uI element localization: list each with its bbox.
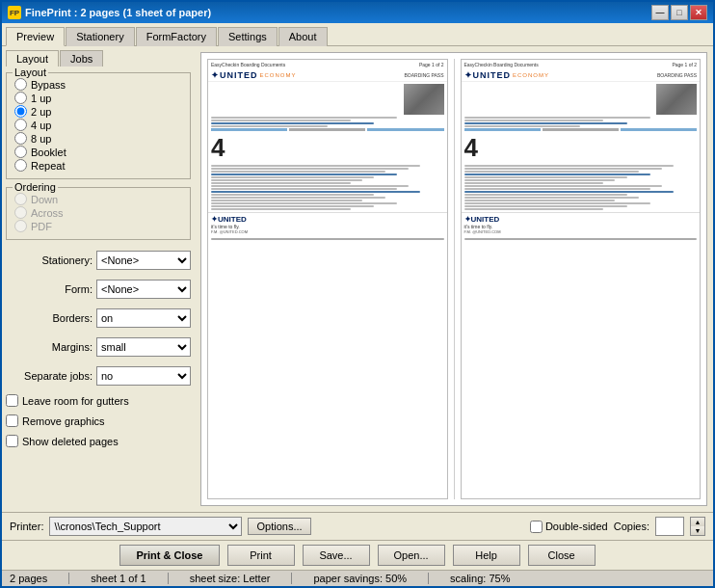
minimize-button[interactable]: — <box>651 5 669 20</box>
radio-bypass: Bypass <box>14 78 182 91</box>
radio-pdf-input[interactable] <box>14 220 27 232</box>
content-area: Layout Jobs Layout Bypass 1 up 2 up <box>2 46 713 512</box>
gutters-row: Leave room for gutters <box>6 394 191 407</box>
form-select[interactable]: <None> <box>96 280 191 299</box>
status-sep-4 <box>428 573 429 584</box>
page1-boarding: BOARDING PASS <box>404 72 443 78</box>
inner-tab-bar: Layout Jobs <box>6 50 191 67</box>
printer-label: Printer: <box>10 521 43 532</box>
form-row: Form: <None> <box>6 280 191 299</box>
gutters-checkbox[interactable] <box>6 394 18 407</box>
remove-graphics-checkbox[interactable] <box>6 414 18 427</box>
close-button[interactable]: Close <box>528 545 596 566</box>
copies-input[interactable]: 1 <box>655 517 684 536</box>
right-panel: EasyCheckin Boarding Documents Page 1 of… <box>195 46 713 512</box>
page1-airline: ✦UNITED <box>211 70 258 80</box>
radio-4up-input[interactable] <box>14 119 27 131</box>
title-area: FP FinePrint : 2 pages (1 sheet of paper… <box>8 6 211 19</box>
page-divider <box>454 59 455 499</box>
window-title: FinePrint : 2 pages (1 sheet of paper) <box>25 7 211 18</box>
remove-graphics-label: Remove graphics <box>22 415 105 427</box>
printer-bar: Printer: \\cronos\Tech_Support Options..… <box>2 512 713 540</box>
radio-down-input[interactable] <box>14 193 27 205</box>
copies-down-button[interactable]: ▼ <box>691 526 704 535</box>
page2-url: F.M. @UNITED.COM <box>464 229 698 234</box>
radio-across-input[interactable] <box>14 206 27 219</box>
stationery-select[interactable]: <None> <box>96 251 191 270</box>
titlebar: FP FinePrint : 2 pages (1 sheet of paper… <box>2 2 713 23</box>
margins-select[interactable]: small <box>96 337 191 357</box>
radio-repeat: Repeat <box>14 159 182 172</box>
tab-about[interactable]: About <box>278 27 328 46</box>
radio-8up-input[interactable] <box>14 132 27 145</box>
borders-select[interactable]: on <box>96 308 191 328</box>
show-deleted-label: Show deleted pages <box>22 436 119 447</box>
double-sided-row: Double-sided <box>530 521 608 533</box>
maximize-button[interactable]: □ <box>671 5 688 20</box>
tab-stationery[interactable]: Stationery <box>66 27 135 46</box>
page2-class: ECONOMY <box>513 72 549 78</box>
printer-select[interactable]: \\cronos\Tech_Support <box>49 517 242 536</box>
page2-gate: 4 <box>464 133 478 162</box>
copies-label: Copies: <box>614 521 649 532</box>
page2-header-left: EasyCheckin Boarding Documents <box>464 62 539 67</box>
preview-area: EasyCheckin Boarding Documents Page 1 of… <box>200 52 707 506</box>
stationery-label: Stationery: <box>6 254 93 266</box>
save-button[interactable]: Save... <box>303 545 370 566</box>
show-deleted-checkbox[interactable] <box>6 435 18 447</box>
radio-repeat-label: Repeat <box>31 160 65 172</box>
tab-settings[interactable]: Settings <box>218 27 278 46</box>
status-savings: paper savings: 50% <box>313 573 407 584</box>
preview-page-1: EasyCheckin Boarding Documents Page 1 of… <box>207 59 448 499</box>
radio-1up-input[interactable] <box>14 92 27 104</box>
status-pages: 2 pages <box>10 573 47 584</box>
stationery-row: Stationery: <None> <box>6 251 191 270</box>
radio-2up-input[interactable] <box>14 105 27 118</box>
radio-1up: 1 up <box>14 92 182 104</box>
radio-8up-label: 8 up <box>31 133 51 145</box>
radio-booklet: Booklet <box>14 146 182 158</box>
radio-repeat-input[interactable] <box>14 159 27 172</box>
help-button[interactable]: Help <box>453 545 520 566</box>
radio-across-label: Across <box>31 207 64 219</box>
page1-header-left: EasyCheckin Boarding Documents <box>211 62 285 67</box>
separate-jobs-select[interactable]: no <box>96 366 191 386</box>
radio-8up: 8 up <box>14 132 182 145</box>
action-bar: Print & Close Print Save... Open... Help… <box>2 540 713 570</box>
borders-label: Borders: <box>6 312 93 324</box>
page1-header: EasyCheckin Boarding Documents Page 1 of… <box>208 60 447 69</box>
page2-header: EasyCheckin Boarding Documents Page 1 of… <box>462 60 701 69</box>
print-button[interactable]: Print <box>227 545 295 566</box>
options-button[interactable]: Options... <box>248 518 310 535</box>
copies-up-button[interactable]: ▲ <box>691 518 704 526</box>
double-sided-checkbox[interactable] <box>530 521 543 533</box>
open-button[interactable]: Open... <box>378 545 445 566</box>
gutters-label: Leave room for gutters <box>22 395 129 407</box>
status-scaling: scaling: 75% <box>450 573 510 584</box>
separate-jobs-row: Separate jobs: no <box>6 366 191 386</box>
show-deleted-row: Show deleted pages <box>6 435 191 447</box>
tab-jobs[interactable]: Jobs <box>60 50 103 67</box>
page1-bottom-airline: ✦UNITED <box>211 215 247 224</box>
page1-url: F.M. @UNITED.COM <box>211 229 444 234</box>
status-sep-3 <box>291 573 292 584</box>
radio-booklet-label: Booklet <box>31 147 66 158</box>
radio-4up-label: 4 up <box>31 120 51 131</box>
window-close-button[interactable]: ✕ <box>690 5 707 20</box>
form-label: Form: <box>6 283 93 295</box>
main-tab-bar: Preview Stationery FormFactory Settings … <box>2 23 713 46</box>
layout-group: Layout Bypass 1 up 2 up 4 up <box>6 72 191 179</box>
margins-label: Margins: <box>6 341 93 353</box>
radio-down-label: Down <box>31 194 58 205</box>
page1-class: ECONOMY <box>260 72 297 78</box>
tab-formfactory[interactable]: FormFactory <box>136 27 217 46</box>
print-close-button[interactable]: Print & Close <box>119 545 219 566</box>
radio-2up-label: 2 up <box>31 106 51 118</box>
margins-row: Margins: small <box>6 337 191 357</box>
radio-across: Across <box>14 206 182 219</box>
tab-layout[interactable]: Layout <box>6 50 59 67</box>
radio-bypass-label: Bypass <box>31 79 66 91</box>
tab-preview[interactable]: Preview <box>6 27 65 46</box>
radio-booklet-input[interactable] <box>14 146 27 158</box>
radio-bypass-input[interactable] <box>14 78 27 91</box>
